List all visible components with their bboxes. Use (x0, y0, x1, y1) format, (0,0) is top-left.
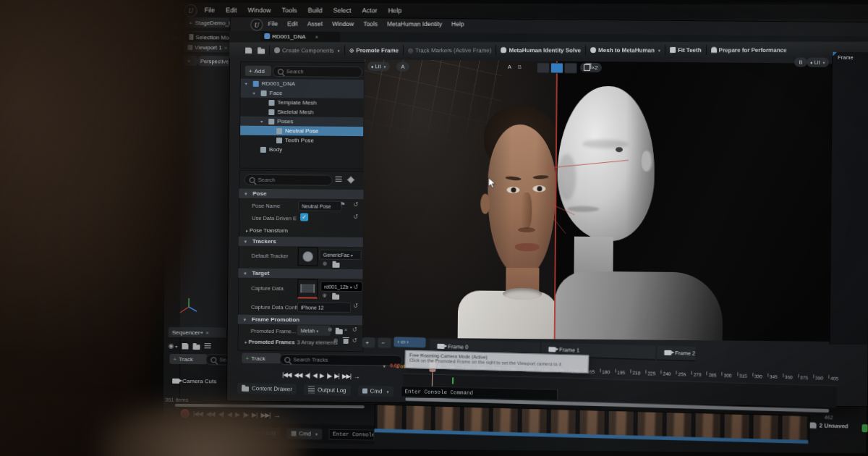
prepare-performance-button[interactable]: Prepare for Performance (711, 46, 787, 53)
details-search-input[interactable]: Search (244, 174, 333, 186)
menu-item[interactable]: Window (332, 20, 354, 28)
transport-button[interactable]: ◀| (305, 371, 310, 379)
menu-item[interactable]: MetaHuman Identity (387, 20, 442, 28)
unreal-logo-icon[interactable]: U (184, 4, 197, 17)
close-icon[interactable]: × (205, 329, 209, 336)
content-drawer-button[interactable]: Content Drawer (167, 425, 226, 437)
settings-gear-icon[interactable] (349, 177, 354, 182)
pose-transform-row[interactable]: ▸ Pose Transform (246, 227, 288, 235)
use-selected-icon[interactable]: ⊕ (323, 261, 328, 267)
browse-icon[interactable] (332, 295, 339, 300)
browse-icon[interactable] (258, 48, 265, 54)
menu-item[interactable]: File (205, 7, 216, 14)
multiview-x2-button[interactable]: ×2 (580, 63, 602, 72)
caret-icon[interactable]: ▾ (260, 119, 265, 124)
render-icon[interactable] (204, 343, 210, 350)
lit-mode-dropdown-b[interactable]: ●Lit (807, 57, 829, 67)
transport-button[interactable]: ▶▶| (342, 372, 352, 379)
use-selected-icon[interactable]: ⊕ (328, 326, 333, 333)
browse-icon[interactable] (336, 329, 343, 334)
caret-icon[interactable]: ▾ (245, 81, 250, 86)
ab-toggle-b[interactable]: B (518, 64, 522, 70)
dual-view-button[interactable] (564, 63, 577, 74)
menu-item[interactable]: Edit (287, 20, 298, 28)
menu-item[interactable]: Help (451, 20, 464, 28)
single-view-button[interactable] (537, 62, 550, 73)
default-tracker-dropdown[interactable]: GenericFac (320, 250, 362, 261)
timecode-display[interactable]: 0.00 (390, 363, 400, 368)
browse-icon[interactable] (333, 263, 340, 268)
viewport-hamburger[interactable]: ≡ (184, 56, 197, 66)
transport-button[interactable]: ◀ (312, 371, 317, 379)
promote-frame-button[interactable]: ⊕Promote Frame (349, 47, 399, 54)
capture-data-thumbnail[interactable] (297, 279, 318, 298)
content-browser-icon[interactable] (171, 22, 177, 30)
promoted-frame-dropdown[interactable]: Metah (297, 325, 331, 335)
transport-button[interactable]: ◀| (218, 410, 224, 418)
pose-name-value[interactable]: Neutral Pose (298, 200, 341, 211)
save-icon[interactable] (182, 342, 188, 349)
menu-item[interactable]: Tools (282, 7, 297, 14)
revert-icon[interactable]: ↺ (352, 337, 357, 344)
split-view-button[interactable] (550, 62, 563, 73)
revert-icon[interactable]: ↺ (353, 201, 358, 208)
use-selected-icon[interactable]: ⊕ (322, 292, 327, 299)
filter-funnel-icon[interactable]: ▼ (382, 364, 386, 368)
menu-item[interactable]: Help (388, 7, 402, 14)
add-element-icon[interactable]: ⊕ (333, 337, 339, 344)
promoted-frames-row[interactable]: ▸ Promoted Frames (245, 339, 295, 346)
section-target[interactable]: ▾Target (238, 269, 362, 279)
section-trackers[interactable]: ▾Trackers (239, 237, 363, 248)
sequencer-options-icon[interactable]: ◉ (169, 342, 178, 350)
tracker-thumbnail[interactable] (298, 247, 318, 266)
mesh-to-metahuman-button[interactable]: Mesh to MetaHuman (590, 47, 660, 54)
view-b-badge[interactable]: B (794, 57, 807, 67)
content-drawer-button[interactable]: Content Drawer (237, 382, 297, 394)
tree-item[interactable]: Body (240, 145, 363, 155)
outliner-search-input[interactable]: Search (273, 66, 362, 77)
transport-button[interactable]: ▶ (320, 372, 324, 379)
identity-asset-tab[interactable]: RD001_DNA × (260, 31, 340, 42)
menu-item[interactable]: Select (333, 7, 352, 14)
content-browser-vertical-label[interactable]: Content Brow (170, 52, 175, 91)
cmd-dropdown[interactable]: Cmd (286, 428, 322, 439)
revert-icon[interactable]: ↺ (353, 214, 358, 220)
identity-add-track-button[interactable]: + Track (242, 353, 281, 363)
menu-item[interactable]: Edit (226, 7, 237, 14)
transport-button[interactable]: |▶ (326, 372, 331, 379)
menu-item[interactable]: Build (308, 7, 323, 14)
close-icon[interactable]: × (224, 44, 228, 51)
console-input[interactable]: Enter Console Command (328, 428, 375, 440)
capture-config-value[interactable]: iPhone 12 (297, 302, 351, 313)
transport-button[interactable]: ▶| (252, 411, 257, 418)
identity-solve-button[interactable]: MetaHuman Identity Solve (501, 47, 582, 54)
add-track-button[interactable]: + Track (169, 354, 207, 364)
transport-button[interactable]: |◀◀ (282, 371, 292, 378)
menu-item[interactable]: Actor (362, 7, 378, 14)
use-data-driven-checkbox[interactable]: ✓ (300, 213, 308, 221)
ab-viewport[interactable] (362, 59, 832, 342)
trash-icon[interactable] (344, 339, 349, 344)
track-markers-button[interactable]: ◎Track Markers (Active Frame) (408, 47, 491, 54)
add-button[interactable]: +Add (245, 66, 271, 76)
revert-icon[interactable]: ↺ (352, 326, 357, 333)
transport-button[interactable]: |◀◀ (193, 410, 203, 418)
transport-button[interactable]: ▶▶| (260, 411, 270, 418)
output-log-button[interactable]: Output Log (233, 426, 280, 438)
section-frame-promotion[interactable]: ▾Frame Promotion (238, 315, 362, 326)
clear-icon[interactable]: × (344, 326, 348, 333)
menu-item[interactable]: Asset (307, 20, 323, 28)
menu-item[interactable]: File (268, 20, 278, 28)
section-pose[interactable]: ▾Pose (239, 189, 363, 200)
level-viewport[interactable] (180, 54, 231, 329)
transport-button[interactable]: ◀◀ (294, 371, 302, 379)
browse-icon[interactable] (192, 345, 200, 350)
transport-button[interactable]: → (354, 373, 359, 380)
transport-button[interactable]: ▶ (235, 411, 239, 418)
transport-button[interactable]: |▶ (243, 411, 248, 418)
camera-cuts-track[interactable]: Camera Cuts (172, 378, 216, 385)
flag-icon[interactable]: ⚑ (340, 201, 345, 208)
caret-icon[interactable]: ▾ (253, 90, 258, 96)
transport-button[interactable]: ▶| (334, 372, 339, 379)
record-button[interactable] (181, 409, 190, 418)
